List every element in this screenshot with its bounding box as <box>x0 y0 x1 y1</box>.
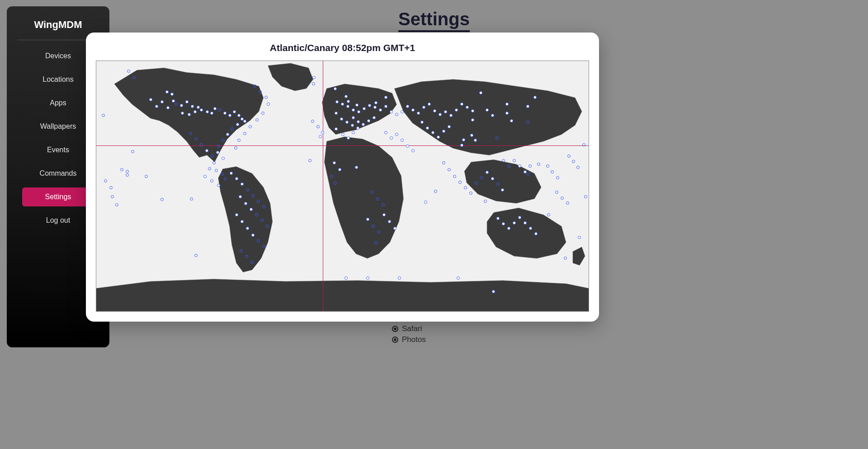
timezone-marker[interactable] <box>230 172 233 175</box>
timezone-marker[interactable] <box>338 168 341 171</box>
timezone-marker[interactable] <box>578 236 581 239</box>
timezone-marker[interactable] <box>469 192 472 195</box>
timezone-marker[interactable] <box>466 106 469 109</box>
sidebar-item-logout[interactable]: Log out <box>22 211 94 230</box>
timezone-marker[interactable] <box>257 239 260 243</box>
timezone-marker[interactable] <box>347 100 350 103</box>
timezone-marker[interactable] <box>480 176 483 179</box>
timezone-marker[interactable] <box>217 184 220 187</box>
timezone-marker[interactable] <box>376 197 379 201</box>
timezone-marker[interactable] <box>341 103 344 106</box>
timezone-marker[interactable] <box>495 136 499 140</box>
timezone-marker[interactable] <box>347 136 350 140</box>
timezone-marker[interactable] <box>237 114 241 117</box>
timezone-marker[interactable] <box>374 101 377 104</box>
timezone-marker[interactable] <box>335 127 338 131</box>
timezone-marker[interactable] <box>356 126 359 130</box>
timezone-marker[interactable] <box>345 121 349 124</box>
timezone-marker[interactable] <box>479 91 482 94</box>
timezone-marker[interactable] <box>213 107 217 110</box>
timezone-marker[interactable] <box>352 131 355 134</box>
timezone-marker[interactable] <box>200 143 203 146</box>
timezone-marker[interactable] <box>235 177 238 180</box>
timezone-marker[interactable] <box>424 201 427 204</box>
timezone-marker[interactable] <box>244 202 247 205</box>
timezone-marker[interactable] <box>180 104 183 107</box>
timezone-marker[interactable] <box>346 105 349 108</box>
timezone-marker[interactable] <box>109 186 113 189</box>
sidebar-item-events[interactable]: Events <box>22 140 94 159</box>
timezone-marker[interactable] <box>406 105 409 108</box>
timezone-marker[interactable] <box>236 123 239 126</box>
timezone-marker[interactable] <box>126 173 129 177</box>
timezone-marker[interactable] <box>239 195 242 198</box>
timezone-marker[interactable] <box>384 96 387 99</box>
timezone-marker[interactable] <box>257 200 260 203</box>
timezone-marker[interactable] <box>417 112 420 115</box>
timezone-marker[interactable] <box>334 182 337 185</box>
timezone-marker[interactable] <box>372 224 375 228</box>
timezone-marker[interactable] <box>529 227 532 230</box>
timezone-marker[interactable] <box>210 112 213 115</box>
timezone-marker[interactable] <box>363 107 366 110</box>
timezone-marker[interactable] <box>471 109 474 112</box>
timezone-marker[interactable] <box>261 112 264 115</box>
timezone-marker[interactable] <box>355 166 358 169</box>
timezone-marker[interactable] <box>475 182 478 185</box>
timezone-marker[interactable] <box>527 173 530 176</box>
timezone-marker[interactable] <box>237 139 241 142</box>
timezone-marker[interactable] <box>253 84 256 88</box>
timezone-marker[interactable] <box>351 124 354 127</box>
timezone-marker[interactable] <box>496 182 500 186</box>
timezone-marker[interactable] <box>243 120 246 123</box>
timezone-marker[interactable] <box>458 181 462 184</box>
timezone-marker[interactable] <box>510 119 513 122</box>
timezone-marker[interactable] <box>362 123 365 126</box>
timezone-marker[interactable] <box>455 108 458 112</box>
timezone-marker[interactable] <box>312 82 315 85</box>
timezone-marker[interactable] <box>200 108 203 112</box>
timezone-marker[interactable] <box>533 96 537 99</box>
timezone-marker[interactable] <box>431 131 434 134</box>
timezone-marker[interactable] <box>366 218 369 221</box>
timezone-marker[interactable] <box>226 133 229 136</box>
timezone-marker[interactable] <box>131 150 134 153</box>
timezone-marker[interactable] <box>335 100 339 103</box>
timezone-marker[interactable] <box>524 170 527 173</box>
timezone-marker[interactable] <box>382 213 386 216</box>
timezone-marker[interactable] <box>572 160 575 163</box>
timezone-marker[interactable] <box>582 143 585 146</box>
timezone-marker[interactable] <box>165 90 169 94</box>
timezone-marker[interactable] <box>453 175 456 178</box>
timezone-marker[interactable] <box>170 93 174 96</box>
timezone-marker[interactable] <box>241 182 244 186</box>
timezone-marker[interactable] <box>491 177 494 180</box>
timezone-marker[interactable] <box>428 103 431 106</box>
timezone-marker[interactable] <box>208 167 211 170</box>
timezone-marker[interactable] <box>501 188 504 192</box>
timezone-marker[interactable] <box>518 164 521 168</box>
timezone-marker[interactable] <box>190 197 193 201</box>
timezone-marker[interactable] <box>205 149 208 152</box>
timezone-marker[interactable] <box>215 169 218 172</box>
timezone-marker[interactable] <box>344 276 348 280</box>
timezone-marker[interactable] <box>245 255 248 258</box>
timezone-marker[interactable] <box>388 220 391 223</box>
timezone-marker[interactable] <box>411 149 415 152</box>
timezone-marker[interactable] <box>505 103 509 106</box>
timezone-marker[interactable] <box>556 176 559 179</box>
timezone-marker[interactable] <box>259 90 262 94</box>
timezone-marker[interactable] <box>368 104 371 107</box>
timezone-marker[interactable] <box>448 125 451 128</box>
timezone-marker[interactable] <box>145 175 148 178</box>
timezone-marker[interactable] <box>166 106 170 109</box>
timezone-marker[interactable] <box>160 100 164 103</box>
timezone-marker[interactable] <box>505 112 509 115</box>
timezone-marker[interactable] <box>502 159 505 162</box>
timezone-marker[interactable] <box>193 110 197 113</box>
timezone-marker[interactable] <box>492 290 495 293</box>
timezone-marker[interactable] <box>374 241 377 244</box>
timezone-marker[interactable] <box>513 159 516 162</box>
timezone-marker[interactable] <box>406 145 409 148</box>
timezone-marker[interactable] <box>486 108 489 112</box>
